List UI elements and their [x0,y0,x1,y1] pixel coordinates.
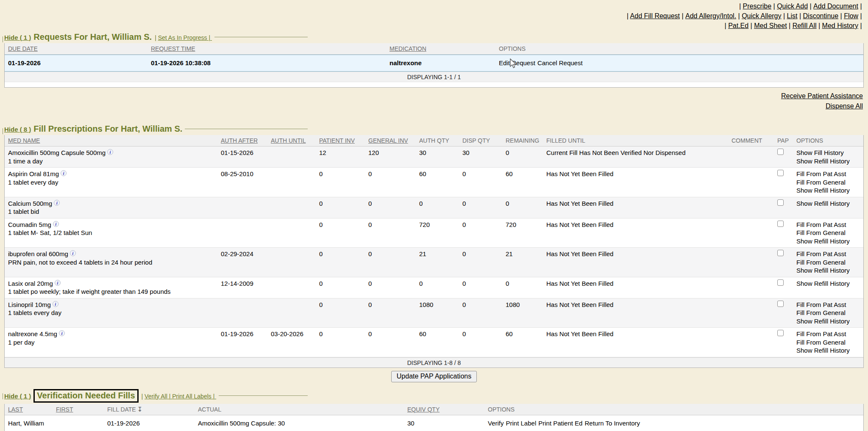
pap-checkbox[interactable] [777,221,784,227]
dispense-action-link[interactable]: Dispense All [0,101,863,111]
med-name: ibuprofen oral 600mgi [8,250,217,258]
pap-checkbox[interactable] [777,250,784,256]
prescription-option-link[interactable]: Fill From Pat Asst [796,221,856,229]
top-nav-link[interactable]: Pat.Ed [728,22,754,29]
disp-qty: 0 [462,199,506,216]
prescription-option-link[interactable]: Fill From Pat Asst [796,301,856,309]
pap-checkbox[interactable] [777,301,784,307]
column-header-auth-until[interactable]: AUTH UNTIL [271,137,319,144]
verification-option-link[interactable]: Print Label [506,420,537,427]
set-as-in-progress-link[interactable]: Set As In Progress [158,34,212,41]
top-nav-link[interactable]: Prescribe [743,3,777,10]
drug-info-icon[interactable]: i [59,330,65,336]
prescription-option-link[interactable]: Show Refill History [796,317,856,326]
prescription-option-link[interactable]: Show Refill History [796,266,856,275]
prescription-option-link[interactable]: Fill From Pat Asst [796,330,856,338]
update-pap-applications-button[interactable]: Update PAP Applications [391,371,477,382]
prescription-row: Coumadin 5mgi 1 tablet M- Sat, 1/2 table… [5,218,863,248]
pap-checkbox[interactable] [777,170,784,176]
top-nav-link[interactable]: Med History [822,22,864,29]
prescription-option-link[interactable]: Show Refill History [796,157,856,166]
drug-info-icon[interactable]: i [53,221,59,227]
top-nav-link[interactable]: Add Fill Request [630,12,685,19]
filled-until: Has Not Yet Been Filled [546,330,732,355]
drug-info-icon[interactable]: i [107,149,113,155]
prescription-option-link[interactable]: Show Refill History [796,279,856,288]
verification-actions: Verify AllPrint All Labels [142,393,217,400]
general-inv: 120 [368,149,419,165]
prescription-option-link[interactable]: Fill From General [796,338,856,347]
top-nav-link[interactable]: Add Allergy/Intol. [685,12,742,19]
top-nav-link[interactable]: Quick Allergy [742,12,787,19]
verification-option-link[interactable]: Return To Inventory [584,420,640,427]
pap-checkbox[interactable] [777,149,784,155]
disp-qty: 0 [462,330,506,355]
prescription-option-link[interactable]: Fill From General [796,309,856,317]
equiv-qty: 30 [407,419,488,428]
drug-info-icon[interactable]: i [55,280,61,286]
column-header-request-time[interactable]: REQUEST TIME [151,45,389,52]
comment [732,301,777,326]
verification-option-link[interactable]: Verify [488,420,504,427]
top-nav-link[interactable]: Discontinue [803,12,844,19]
top-nav-link[interactable]: Med Sheet [754,22,792,29]
verification-hide-link[interactable]: Hide ( 1 ) [4,392,31,400]
row-options: Fill From Pat AsstFill From GeneralShow … [796,330,860,355]
top-nav-link[interactable]: List [787,12,803,19]
prescription-option-link[interactable]: Fill From General [796,258,856,267]
drug-info-icon[interactable]: i [54,200,60,206]
top-nav-link[interactable]: Refill All [793,22,822,29]
auth-until [271,221,319,246]
verification-action-link[interactable]: Print All Labels [172,393,216,400]
top-nav-link[interactable]: Quick Add [777,3,813,10]
drug-info-icon[interactable]: i [61,170,67,176]
column-header-options: OPTIONS [796,137,860,144]
request-row[interactable]: 01-19-2026 01-19-2026 10:38:08 naltrexon… [5,55,863,72]
column-header-general-inv[interactable]: GENERAL INV [368,137,419,144]
column-header-due-date[interactable]: DUE DATE [8,45,151,52]
request-time: 01-19-2026 10:38:08 [151,59,389,67]
verification-option-link[interactable]: Print Patient Ed [538,420,582,427]
top-nav-link[interactable]: Flow [844,12,864,19]
prescription-option-link[interactable]: Show Refill History [796,186,856,195]
pap-checkbox[interactable] [777,330,784,336]
column-header-auth-after[interactable]: AUTH AFTER [221,137,271,144]
column-header-first[interactable]: FIRST [56,406,107,413]
column-header-equiv-qty[interactable]: EQUIV QTY [407,406,488,413]
request-option-link[interactable]: Edit Request [499,59,535,66]
comment [732,149,777,165]
top-nav-link[interactable]: Add Document [813,3,864,10]
fill-hide-link[interactable]: Hide ( 8 ) [4,126,31,133]
request-option-link[interactable]: Cancel Request [537,59,583,66]
column-header-fill-date[interactable]: FILL DATE [107,406,136,413]
prescription-option-link[interactable]: Show Fill History [796,149,856,157]
row-options: Show Refill History [796,279,860,296]
prescription-option-link[interactable]: Fill From General [796,178,856,187]
fill-date: 01-19-2026 [107,419,198,428]
prescription-option-link[interactable]: Show Refill History [796,237,856,246]
request-options: Edit RequestCancel Request [499,59,860,67]
pap-checkbox[interactable] [777,279,784,286]
med-sig: 1 tablet M- Sat, 1/2 tablet Sun [8,229,217,237]
prescription-option-link[interactable]: Fill From Pat Asst [796,250,856,258]
dispense-action-link[interactable]: Receive Patient Assistance [0,91,863,101]
column-header-remaining: REMAINING [506,137,546,144]
auth-after: 01-15-2026 [221,149,271,165]
prescription-option-link[interactable]: Fill From Pat Asst [796,170,856,178]
column-header-med-name[interactable]: MED NAME [8,137,221,144]
column-header-medication[interactable]: MEDICATION [389,45,499,52]
prescription-option-link[interactable]: Show Refill History [796,199,856,208]
drug-info-icon[interactable]: i [53,301,58,307]
auth-after: 12-14-2009 [221,279,271,296]
column-header-last[interactable]: LAST [8,406,56,413]
column-header-patient-inv[interactable]: PATIENT INV [319,137,368,144]
patient-inv: 12 [319,149,368,165]
prescription-option-link[interactable]: Fill From General [796,229,856,237]
drug-info-icon[interactable]: i [70,250,76,256]
prescription-option-link[interactable]: Show Refill History [796,346,856,355]
requests-hide-link[interactable]: Hide ( 1 ) [4,34,31,41]
prescription-row: Amoxicillin 500mg Capsule 500mgi 1 time … [5,146,863,168]
prescription-row: Aspirin Oral 81mgi 1 tablet every day 08… [5,168,863,197]
pap-checkbox[interactable] [777,199,784,206]
verification-action-link[interactable]: Verify All [145,393,172,400]
